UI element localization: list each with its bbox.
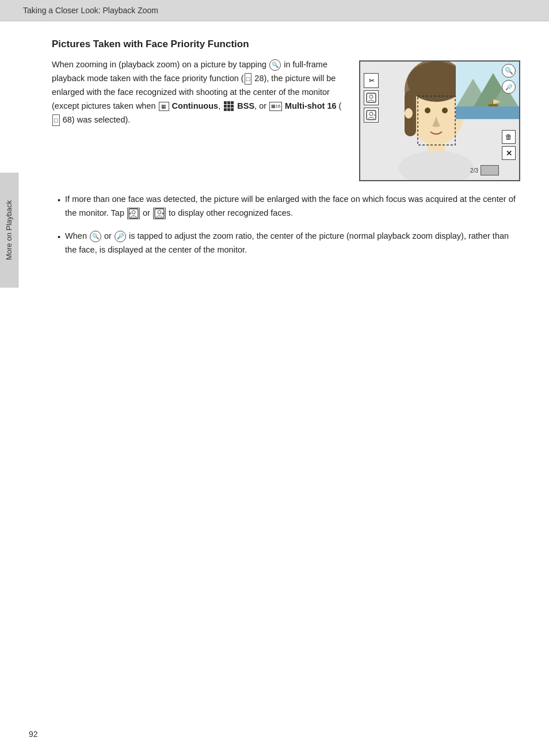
bullet-dot-1: • — [58, 194, 60, 220]
multishot-label: Multi-shot 16 — [285, 101, 336, 110]
zoom-out-bullet-icon: 🔎 — [115, 231, 126, 242]
cam-icons-left: ✂ — [364, 73, 379, 123]
svg-rect-0 — [367, 93, 376, 102]
svg-point-11 — [425, 108, 430, 113]
intro-block: When zooming in (playback zoom) on a pic… — [52, 58, 520, 181]
svg-point-9 — [399, 151, 474, 181]
zoom-in-bullet-icon: 🔍 — [90, 231, 101, 242]
bullet-item-1: • If more than one face was detected, th… — [58, 193, 520, 220]
continuous-label: Continuous — [172, 101, 219, 110]
cam-icon-zoom-in: 🔍 — [502, 64, 516, 78]
sidebar-tab: More on Playback — [0, 173, 18, 288]
ref2-text: ( — [339, 101, 342, 110]
ref1-icon: □ — [245, 73, 252, 85]
cam-counter: 2/3 — [470, 167, 478, 174]
cam-icon-scissors: ✂ — [364, 73, 379, 88]
multishot-icon: ▦16 — [269, 102, 282, 111]
bullet-item-2: • When 🔍 or 🔎 is tapped to adjust the zo… — [58, 230, 520, 257]
cam-icon-face2 — [364, 108, 379, 123]
cam-icon-face1 — [364, 90, 379, 105]
bullet2-or: or — [104, 231, 114, 240]
intro-text: When zooming in (playback zoom) on a pic… — [52, 58, 342, 181]
or-text: or — [259, 101, 269, 110]
bullet-list: • If more than one face was detected, th… — [52, 193, 520, 257]
continuous-icon: ▦ — [159, 102, 169, 111]
ref2-icon: □ — [52, 114, 60, 126]
bullet-text-2: When 🔍 or 🔎 is tapped to adjust the zoom… — [65, 230, 520, 257]
bullet1-or: or — [143, 208, 152, 217]
svg-point-10 — [405, 108, 413, 119]
cam-icon-close: ✕ — [502, 146, 516, 160]
header-bar: Taking a Closer Look: Playback Zoom — [0, 0, 549, 21]
bss-label: BSS — [237, 101, 254, 110]
bullet-dot-2: • — [58, 231, 60, 257]
camera-image: ✂ — [359, 60, 520, 181]
header-title: Taking a Closer Look: Playback Zoom — [23, 6, 158, 15]
svg-point-12 — [442, 108, 448, 113]
main-content: Pictures Taken with Face Priority Functi… — [17, 21, 549, 284]
zoom-in-inline-icon: 🔍 — [269, 59, 281, 71]
section-title: Pictures Taken with Face Priority Functi… — [52, 39, 520, 50]
ref2-end: 68) was selected). — [60, 115, 131, 124]
camera-screen: ✂ — [359, 60, 520, 181]
bss-icon — [224, 101, 234, 111]
face-prev-icon — [127, 208, 140, 219]
intro-text-before: When zooming in (playback zoom) on a pic… — [52, 60, 269, 69]
cam-thumb — [481, 165, 499, 175]
cam-icon-trash: 🗑 — [502, 130, 516, 144]
face-next-icon — [153, 208, 166, 219]
bullet-text-1: If more than one face was detected, the … — [65, 193, 520, 220]
bullet1-to: to — [169, 208, 178, 217]
cam-bottom-info: 2/3 — [470, 165, 499, 175]
cam-icons-right: 🔍 🔎 🗑 ✕ — [502, 64, 516, 160]
sidebar-label: More on Playback — [5, 200, 13, 260]
cam-icon-zoom-out: 🔎 — [502, 80, 516, 94]
page-number: 92 — [29, 730, 38, 739]
